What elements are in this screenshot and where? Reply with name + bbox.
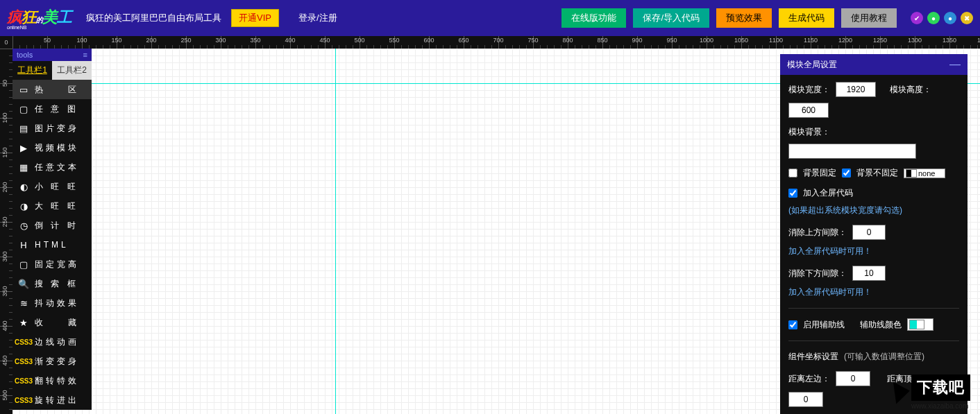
status-circle-4[interactable]: ✖: [961, 12, 973, 24]
status-circle-3[interactable]: ●: [944, 12, 956, 24]
tool-item-2[interactable]: ▤图片变身: [12, 119, 92, 138]
tool-label: 视频模块: [35, 142, 79, 154]
tool-icon: ▭: [18, 84, 29, 95]
vertical-guide[interactable]: [335, 49, 336, 414]
dropdown-icon: [926, 323, 931, 327]
bg-repeat-select[interactable]: none: [904, 169, 945, 178]
ruler-vertical: 50100150200250300350400450500: [0, 49, 12, 414]
status-circle-2[interactable]: ●: [927, 12, 940, 24]
top-bar: 疯狂的美工 onlineNB 疯狂的美工阿里巴巴自由布局工具 开通VIP 登录/…: [0, 0, 980, 36]
gap-bottom-input[interactable]: [852, 266, 886, 281]
tool-label: 旋转进出: [35, 395, 79, 406]
generate-code-button[interactable]: 生成代码: [779, 8, 834, 28]
watermark-text: 下载吧: [911, 374, 970, 401]
tool-icon: ◑: [18, 200, 29, 212]
tool-label: 图片变身: [35, 123, 79, 135]
toolbox-panel: tools ≡ 工具栏1 工具栏2 ▭热 区▢任 意 图▤图片变身▶视频模块▦任…: [12, 49, 92, 410]
module-height-input[interactable]: [788, 103, 829, 118]
toolbox-title: tools: [17, 51, 33, 59]
tool-icon: ▤: [18, 123, 29, 134]
preview-button[interactable]: 预览效果: [716, 8, 772, 28]
bg-fixed-checkbox[interactable]: [788, 169, 797, 178]
tool-label: HTML: [35, 240, 69, 250]
tool-icon: 🔍: [18, 278, 29, 289]
tool-item-1[interactable]: ▢任 意 图: [12, 99, 92, 119]
tool-item-9[interactable]: ▢固定宽高: [12, 255, 92, 274]
minimize-icon[interactable]: —: [949, 58, 961, 71]
status-circle-1[interactable]: ✔: [911, 12, 923, 24]
tool-item-14[interactable]: CSS3渐变变身: [12, 352, 92, 371]
gap-top-note: 加入全屏代码时可用！: [788, 245, 872, 257]
tool-label: 渐变变身: [35, 356, 79, 368]
fullscreen-checkbox[interactable]: [788, 189, 797, 198]
tool-item-7[interactable]: ◷倒 计 时: [12, 216, 92, 235]
tool-icon: H: [18, 239, 29, 250]
tool-icon: ★: [18, 317, 29, 328]
arrow-icon: [893, 380, 911, 404]
settings-header[interactable]: 模块全局设置 —: [780, 54, 968, 75]
tool-label: 翻转特效: [35, 375, 79, 387]
toolbox-tab-2[interactable]: 工具栏2: [52, 61, 92, 80]
module-bg-input[interactable]: [788, 144, 916, 159]
login-register-link[interactable]: 登录/注册: [298, 12, 337, 24]
tool-label: 任 意 图: [35, 103, 78, 115]
tool-label: 固定宽高: [35, 259, 79, 270]
coord-label: 组件坐标设置: [788, 351, 838, 363]
tool-icon: ◐: [18, 181, 29, 192]
toolbox-tab-1[interactable]: 工具栏1: [12, 61, 52, 80]
watermark: 下载吧 www.xiazaiba.com: [895, 374, 970, 410]
tool-item-8[interactable]: HHTML: [12, 235, 92, 255]
ruler-origin: 0: [0, 36, 12, 49]
tool-item-15[interactable]: CSS3翻转特效: [12, 371, 92, 390]
tool-label: 边线动画: [35, 336, 79, 348]
tool-label: 搜 索 框: [35, 278, 78, 290]
tool-item-10[interactable]: 🔍搜 索 框: [12, 274, 92, 293]
fullscreen-hint: (如果超出系统模块宽度请勾选): [788, 205, 902, 216]
save-load-button[interactable]: 保存/导入代码: [633, 8, 709, 28]
tool-item-6[interactable]: ◑大 旺 旺: [12, 196, 92, 216]
toolbox-header[interactable]: tools ≡: [12, 49, 92, 61]
gap-top-label: 消除上方间隙：: [788, 227, 847, 239]
coord-hint: (可输入数值调整位置): [844, 351, 924, 363]
settings-title: 模块全局设置: [787, 59, 837, 71]
watermark-url: www.xiazaiba.com: [911, 402, 970, 410]
tool-item-13[interactable]: CSS3边线动画: [12, 332, 92, 352]
offset-left-input[interactable]: [836, 371, 870, 386]
tool-label: 收 藏: [35, 317, 79, 329]
vip-button[interactable]: 开通VIP: [231, 9, 279, 27]
tool-item-5[interactable]: ◐小 旺 旺: [12, 177, 92, 196]
global-settings-panel: 模块全局设置 — 模块宽度： 模块高度： 模块背景： 背景固定 背景不固定 no…: [780, 54, 968, 414]
app-logo: 疯狂的美工 onlineNB: [7, 1, 82, 35]
tool-icon: ▢: [18, 259, 29, 270]
guides-color-picker[interactable]: [907, 318, 933, 331]
guides-checkbox[interactable]: [788, 320, 797, 329]
tool-icon: ◷: [18, 220, 29, 231]
tool-icon: CSS3: [18, 336, 29, 347]
online-features-button[interactable]: 在线版功能: [561, 8, 626, 28]
tool-item-3[interactable]: ▶视频模块: [12, 138, 92, 157]
module-bg-label: 模块背景：: [788, 126, 830, 138]
ruler-horizontal: 5010015020025030035040045050055060065070…: [12, 36, 980, 49]
bg-fixed-label: 背景固定: [803, 167, 836, 179]
tutorial-button[interactable]: 使用教程: [841, 8, 897, 28]
offset-top-input[interactable]: [788, 392, 823, 407]
dropdown-icon: [938, 171, 943, 175]
tool-item-4[interactable]: ▦任意文本: [12, 157, 92, 177]
tool-icon: ▢: [18, 103, 29, 114]
tool-icon: CSS3: [18, 356, 29, 367]
tool-item-12[interactable]: ★收 藏: [12, 313, 92, 332]
gap-top-input[interactable]: [852, 225, 886, 240]
tool-item-16[interactable]: CSS3旋转进出: [12, 390, 92, 410]
gap-bottom-note: 加入全屏代码时可用！: [788, 286, 872, 298]
tool-item-0[interactable]: ▭热 区: [12, 80, 92, 99]
tool-label: 大 旺 旺: [35, 200, 78, 212]
tool-label: 热 区: [35, 84, 79, 96]
tool-label: 小 旺 旺: [35, 181, 78, 193]
tool-item-11[interactable]: ≋抖动效果: [12, 293, 92, 313]
bg-notfixed-checkbox[interactable]: [842, 169, 851, 178]
offset-left-label: 距离左边：: [788, 373, 830, 385]
tool-icon: CSS3: [18, 395, 29, 406]
toolbox-drag-icon[interactable]: ≡: [83, 51, 87, 59]
tool-icon: ▶: [18, 142, 29, 153]
module-width-input[interactable]: [836, 82, 876, 97]
